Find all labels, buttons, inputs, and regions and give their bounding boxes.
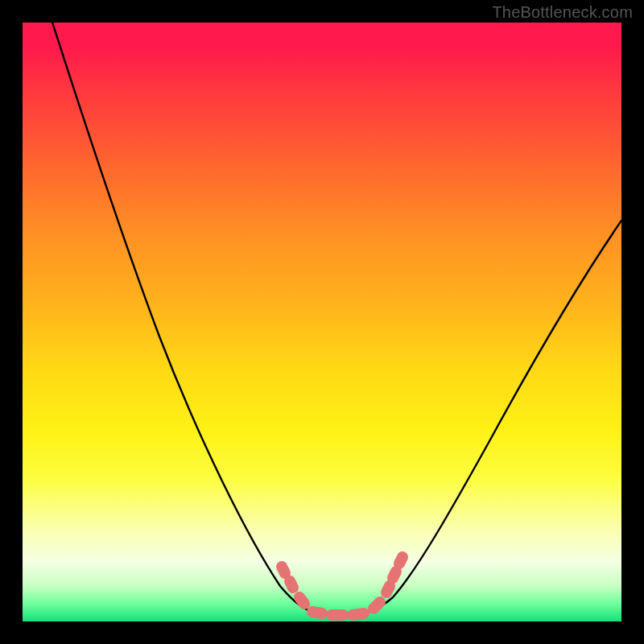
bottleneck-curve — [52, 23, 621, 615]
svg-line-5 — [353, 613, 364, 615]
svg-line-6 — [374, 602, 380, 609]
svg-line-7 — [386, 586, 390, 592]
svg-line-1 — [290, 581, 293, 588]
svg-line-9 — [399, 557, 402, 564]
valley-markers — [282, 557, 402, 615]
svg-line-2 — [299, 597, 304, 604]
curve-layer — [23, 23, 621, 621]
svg-line-8 — [393, 572, 396, 578]
watermark-text: TheBottleneck.com — [492, 3, 633, 22]
svg-line-0 — [282, 567, 285, 573]
chart-frame: TheBottleneck.com — [0, 0, 644, 644]
plot-area — [23, 23, 621, 621]
svg-line-3 — [312, 612, 322, 613]
